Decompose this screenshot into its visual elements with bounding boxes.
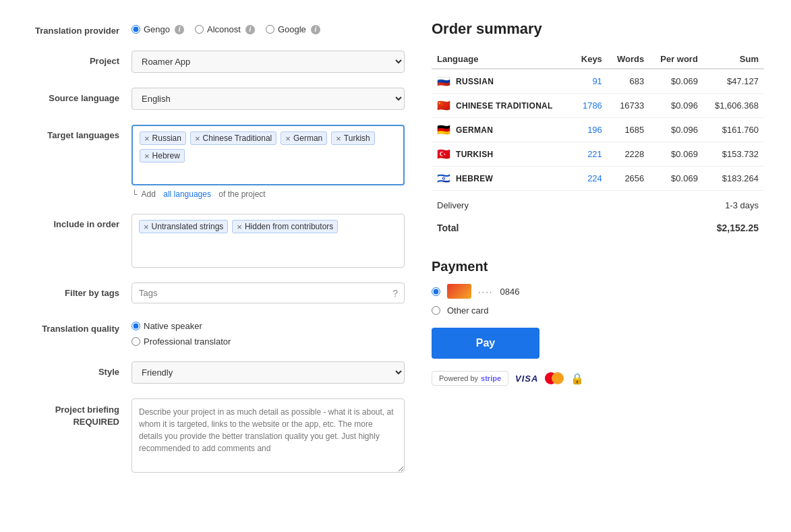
keys-link[interactable]: 224 (587, 173, 602, 183)
col-per-word: Per word (649, 50, 703, 69)
remove-hebrew[interactable]: × (144, 152, 150, 160)
keys-cell: 1786 (573, 94, 608, 118)
project-briefing-row: Project briefing REQUIRED (27, 398, 405, 475)
pay-button[interactable]: Pay (432, 328, 539, 359)
project-label: Project (27, 51, 131, 66)
filter-by-tags-row: Filter by tags ? (27, 283, 405, 303)
remove-turkish[interactable]: × (336, 134, 341, 143)
include-in-order-label: Include in order (27, 214, 131, 229)
target-languages-text-input[interactable] (189, 149, 397, 162)
source-language-select[interactable]: EnglishSpanishFrenchGerman (131, 88, 405, 110)
source-language-label: Source language (27, 88, 131, 103)
include-in-order-row: Include in order × Untranslated strings … (27, 214, 405, 268)
add-languages-row: └ Add all languages of the project (131, 189, 405, 199)
keys-link[interactable]: 196 (587, 125, 602, 135)
provider-alconost[interactable]: Alconost i (195, 24, 255, 34)
delivery-label: Delivery (432, 191, 703, 216)
keys-link[interactable]: 1786 (583, 100, 602, 111)
include-in-order-area[interactable]: × Untranslated strings × Hidden from con… (131, 214, 405, 268)
quality-native[interactable]: Native speaker (131, 321, 405, 331)
provider-gengo[interactable]: Gengo i (131, 24, 184, 34)
flag-icon: 🇷🇺 (437, 75, 450, 88)
total-row: Total $2,152.25 (432, 216, 764, 239)
total-value: $2,152.25 (703, 216, 764, 239)
delivery-value: 1-3 days (703, 191, 764, 216)
col-keys: Keys (573, 50, 608, 69)
all-languages-link[interactable]: all languages (163, 189, 211, 199)
remove-german[interactable]: × (285, 134, 291, 143)
target-languages-input-area[interactable]: × Russian × Chinese Traditional × German… (131, 125, 405, 185)
target-languages-control: × Russian × Chinese Traditional × German… (131, 125, 405, 199)
sum-cell: $1,606.368 (703, 94, 764, 118)
tag-hebrew-label: Hebrew (152, 151, 180, 160)
keys-cell: 196 (573, 118, 608, 142)
keys-link[interactable]: 91 (592, 76, 602, 86)
remove-hidden-contributors[interactable]: × (237, 223, 242, 231)
tag-turkish-label: Turkish (344, 134, 370, 143)
sum-cell: $183.264 (703, 167, 764, 191)
alconost-info-icon[interactable]: i (245, 25, 255, 34)
table-row: 🇩🇪 GERMAN 196 1685 $0.096 $161.760 (432, 118, 764, 142)
target-languages-row: Target languages × Russian × Chinese Tra… (27, 125, 405, 199)
payment-other-card: Other card (432, 305, 764, 316)
keys-cell: 221 (573, 142, 608, 167)
style-row: Style FriendlyFormalInformal (27, 361, 405, 384)
gengo-info-icon[interactable]: i (175, 25, 184, 34)
quality-native-label: Native speaker (144, 321, 202, 331)
payment-card-saved-radio[interactable] (432, 287, 440, 296)
other-card-label: Other card (447, 305, 488, 316)
per-word-cell: $0.096 (649, 94, 703, 118)
words-cell: 2656 (608, 167, 649, 191)
order-summary-title: Order summary (432, 20, 764, 38)
project-briefing-textarea[interactable] (131, 398, 405, 473)
quality-radio-group: Native speaker Professional translator (131, 318, 405, 347)
remove-untranslated[interactable]: × (144, 223, 149, 231)
keys-cell: 224 (573, 167, 608, 191)
lang-name: CHINESE TRADITIONAL (456, 101, 553, 111)
keys-cell: 91 (573, 69, 608, 94)
sum-cell: $161.760 (703, 118, 764, 142)
filter-help-icon[interactable]: ? (392, 288, 398, 299)
words-cell: 1685 (608, 118, 649, 142)
tag-hidden-contributors: × Hidden from contributors (232, 220, 338, 233)
add-checkbox-icon: └ (131, 189, 138, 199)
source-language-control: EnglishSpanishFrenchGerman (131, 88, 405, 110)
google-info-icon[interactable]: i (311, 25, 320, 34)
quality-professional[interactable]: Professional translator (131, 336, 405, 347)
flag-icon: 🇮🇱 (437, 172, 450, 185)
remove-chinese-traditional[interactable]: × (195, 134, 200, 143)
translation-quality-control: Native speaker Professional translator (131, 318, 405, 347)
lang-name: TURKISH (456, 150, 493, 159)
remove-russian[interactable]: × (144, 134, 150, 143)
right-panel: Order summary Language Keys Words Per wo… (432, 20, 764, 490)
keys-link[interactable]: 221 (587, 149, 602, 159)
mc-circle-orange (552, 372, 564, 384)
lang-cell: 🇨🇳 CHINESE TRADITIONAL (432, 94, 573, 118)
provider-alconost-label: Alconost (207, 24, 241, 34)
card-number: 0846 (500, 287, 519, 297)
col-language: Language (432, 50, 573, 69)
style-select[interactable]: FriendlyFormalInformal (131, 361, 405, 384)
lang-cell: 🇩🇪 GERMAN (432, 118, 573, 142)
flag-icon: 🇨🇳 (437, 99, 450, 112)
project-select[interactable]: Roamer App (131, 51, 405, 73)
project-row: Project Roamer App (27, 51, 405, 73)
table-row: 🇹🇷 TURKISH 221 2228 $0.069 $153.732 (432, 142, 764, 167)
stripe-badge: Powered by stripe (432, 371, 508, 386)
order-summary-table: Language Keys Words Per word Sum 🇷🇺 RUSS… (432, 50, 764, 239)
lock-icon: 🔒 (570, 372, 584, 385)
payment-other-card-radio[interactable] (432, 306, 440, 315)
lang-cell: 🇹🇷 TURKISH (432, 142, 573, 167)
provider-google[interactable]: Google i (266, 24, 320, 34)
words-cell: 16733 (608, 94, 649, 118)
tag-hebrew: × Hebrew (140, 149, 185, 162)
project-briefing-label: Project briefing REQUIRED (27, 398, 131, 428)
filter-by-tags-input[interactable] (131, 283, 405, 303)
translation-quality-row: Translation quality Native speaker Profe… (27, 318, 405, 347)
lang-name: HEBREW (456, 174, 493, 183)
lang-cell: 🇷🇺 RUSSIAN (432, 69, 573, 94)
per-word-cell: $0.096 (649, 118, 703, 142)
per-word-cell: $0.069 (649, 142, 703, 167)
table-row: 🇨🇳 CHINESE TRADITIONAL 1786 16733 $0.096… (432, 94, 764, 118)
words-cell: 2228 (608, 142, 649, 167)
